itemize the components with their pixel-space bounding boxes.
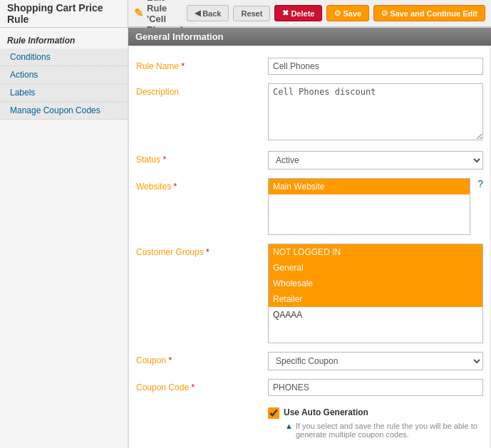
description-input[interactable]: Cell Phones discount [268,83,483,140]
form-area: Rule Name * Description Cell Phones disc… [128,46,491,448]
auto-generation-note-row: ▲ If you select and save the rule the yo… [129,420,490,444]
auto-generation-checkbox[interactable] [268,407,279,419]
auto-generation-checkbox-area: Use Auto Generation [268,406,483,419]
auto-generation-row: Use Auto Generation [129,400,490,420]
coupon-code-field [268,379,483,396]
customer-group-retailer[interactable]: Retailer [269,291,482,307]
rule-name-input[interactable] [268,58,483,75]
customer-groups-row: Customer Groups * NOT LOGGED IN General … [129,239,490,348]
coupon-code-input[interactable] [268,379,483,396]
toolbar: ✎ Edit Rule 'Cell Phones' ◀ Back Reset ✖… [128,0,491,27]
customer-group-general[interactable]: General [269,260,482,276]
sidebar-item-conditions[interactable]: Conditions [0,48,128,66]
websites-row: Websites * Main Website ? [129,174,490,239]
auto-generation-note: If you select and save the rule the you … [296,422,483,439]
back-button[interactable]: ◀ Back [187,5,229,21]
auto-generation-area: Use Auto Generation [268,406,483,419]
customer-groups-label: Customer Groups * [136,244,268,257]
sidebar-section-title: Rule Information [0,31,128,48]
websites-select[interactable]: Main Website [268,178,470,235]
reset-button[interactable]: Reset [233,6,270,21]
websites-field: Main Website ? [268,178,483,235]
description-row: Description Cell Phones discount [129,79,490,147]
status-label: Status * [136,151,268,165]
save-continue-icon: ⊙ [381,9,388,18]
description-field: Cell Phones discount [268,83,483,142]
save-button[interactable]: ⊙ Save [326,5,369,21]
coupon-select[interactable]: No Coupon Specific Coupon Auto Generated… [268,352,483,370]
sidebar-item-manage-coupon-codes[interactable]: Manage Coupon Codes [0,102,128,120]
edit-icon: ✎ [134,6,143,20]
auto-generation-label: Use Auto Generation [284,407,368,417]
rule-name-row: Rule Name * [129,53,490,79]
delete-icon: ✖ [282,9,289,18]
description-label: Description [136,83,268,97]
rule-name-label: Rule Name * [136,58,268,71]
save-icon: ⊙ [334,9,341,18]
coupon-label: Coupon * [136,352,268,365]
sidebar-item-labels[interactable]: Labels [0,84,128,102]
sidebar: Rule Information Conditions Actions Labe… [0,28,128,448]
customer-groups-select[interactable]: NOT LOGGED IN General Wholesale Retailer… [268,244,483,343]
customer-group-not-logged-in[interactable]: NOT LOGGED IN [269,244,482,260]
coupon-row: Coupon * No Coupon Specific Coupon Auto … [129,348,490,375]
main-content: General Information Rule Name * D [128,28,491,448]
status-row: Status * Active Inactive [129,147,490,174]
page-title: Shopping Cart Price Rule [0,0,128,27]
note-icon: ▲ [285,422,293,430]
delete-button[interactable]: ✖ Delete [274,5,322,21]
note-area: ▲ If you select and save the rule the yo… [285,422,483,439]
websites-label: Websites * [136,178,268,192]
coupon-code-row: Coupon Code * [129,375,490,400]
section-header: General Information [128,28,491,46]
coupon-field: No Coupon Specific Coupon Auto Generated… [268,352,483,370]
websites-option-main[interactable]: Main Website [269,179,470,194]
rule-name-field [268,58,483,75]
customer-group-wholesale[interactable]: Wholesale [269,276,482,291]
customer-groups-field: NOT LOGGED IN General Wholesale Retailer… [268,244,483,343]
status-select[interactable]: Active Inactive [268,151,483,170]
back-icon: ◀ [195,9,200,18]
coupon-code-label: Coupon Code * [136,379,268,392]
customer-group-qaaaa[interactable]: QAAAA [269,307,482,323]
sidebar-item-actions[interactable]: Actions [0,66,128,84]
status-field: Active Inactive [268,151,483,170]
save-continue-button[interactable]: ⊙ Save and Continue Edit [373,5,485,21]
websites-help-icon[interactable]: ? [477,178,483,189]
